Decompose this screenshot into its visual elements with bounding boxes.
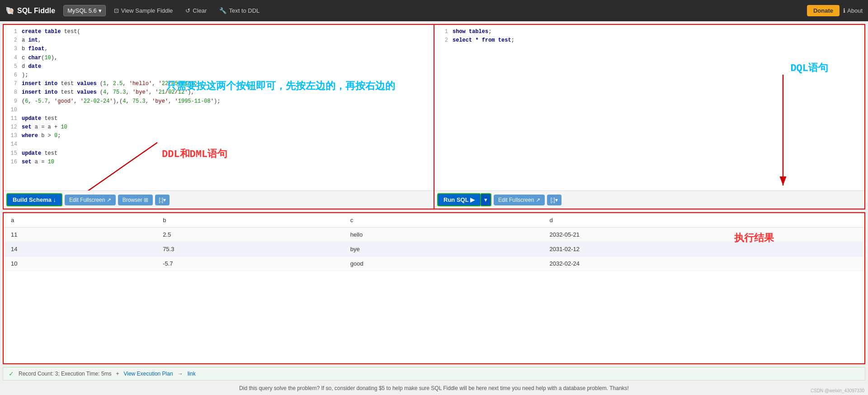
text-to-ddl-label: Text to DDL xyxy=(229,7,259,14)
sample-icon: ⊡ xyxy=(114,7,119,14)
status-check-icon: ✓ xyxy=(9,370,14,377)
footer: Did this query solve the problem? If so,… xyxy=(0,381,868,395)
results-tbody: 112.5hello2032-05-211475.3bye2031-02-121… xyxy=(4,228,864,271)
line-number: 14 xyxy=(6,140,17,149)
logo-icon: 🐚 xyxy=(5,6,14,15)
line-code: update test xyxy=(22,149,57,158)
line-code: insert into test values (4, 75.3, 'bye',… xyxy=(22,88,194,97)
navbar: 🐚 SQL Fiddle MySQL 5.6 ▾ ⊡ View Sample F… xyxy=(0,0,868,21)
status-bar: ✓ Record Count: 3; Execution Time: 5ms +… xyxy=(3,367,865,381)
table-cell-a: 14 xyxy=(4,242,156,257)
view-sample-button[interactable]: ⊡ View Sample Fiddle xyxy=(109,5,178,17)
line-number: 13 xyxy=(6,132,17,140)
browser-label: Browser ⊞ xyxy=(123,197,148,203)
line-number: 6 xyxy=(6,71,17,80)
line-number: 15 xyxy=(6,149,17,158)
line-number: 2 xyxy=(437,36,448,45)
line-number: 1 xyxy=(437,28,448,36)
line-number: 7 xyxy=(6,80,17,88)
view-execution-plan-link[interactable]: View Execution Plan xyxy=(123,371,173,377)
line-number: 3 xyxy=(6,45,17,53)
table-cell-c: bye xyxy=(343,242,542,257)
right-edit-fullscreen-button[interactable]: Edit Fullscreen ↗ xyxy=(494,195,545,205)
footer-text: Did this query solve the problem? If so,… xyxy=(239,385,629,391)
info-icon: ℹ xyxy=(843,7,845,14)
table-cell-a: 10 xyxy=(4,257,156,271)
left-code-line: 6); xyxy=(6,71,431,80)
line-code: c char(10), xyxy=(22,54,57,62)
dql-annotation: DQL语句 xyxy=(790,61,828,75)
line-number: 4 xyxy=(6,54,17,62)
main-container: 1create table test(2 a int,3 b float,4 c… xyxy=(0,21,868,395)
editors-row: 1create table test(2 a int,3 b float,4 c… xyxy=(3,24,865,209)
line-code: show tables; xyxy=(453,28,491,36)
line-number: 9 xyxy=(6,97,17,106)
browser-button[interactable]: Browser ⊞ xyxy=(118,195,153,205)
line-number: 2 xyxy=(6,36,17,45)
link-anchor[interactable]: link xyxy=(188,371,196,377)
refresh-icon: ↺ xyxy=(185,7,190,14)
left-edit-fullscreen-label: Edit Fullscreen ↗ xyxy=(69,197,111,203)
table-cell-d: 2031-02-12 xyxy=(542,242,864,257)
watermark: CSDN @weixin_43097330 xyxy=(811,388,864,393)
run-sql-dropdown[interactable]: ▾ xyxy=(481,193,491,206)
left-code-line: 8insert into test values (4, 75.3, 'bye'… xyxy=(6,88,431,97)
status-text: Record Count: 3; Execution Time: 5ms xyxy=(19,371,111,377)
db-label: MySQL 5.6 xyxy=(67,7,97,14)
left-code-line: 7insert into test values (1, 2.5, 'hello… xyxy=(6,80,431,88)
results-area: a b c d 112.5hello2032-05-211475.3bye203… xyxy=(3,212,865,364)
left-editor[interactable]: 1create table test(2 a int,3 b float,4 c… xyxy=(4,25,434,190)
run-sql-button[interactable]: Run SQL ▶ xyxy=(437,193,481,206)
table-row: 112.5hello2032-05-21 xyxy=(4,228,864,242)
line-number: 1 xyxy=(6,28,17,36)
left-code-line: 9(6, -5.7, 'good', '22-02-24'),(4, 75.3,… xyxy=(6,97,431,106)
right-editor[interactable]: 1show tables;2select * from test; DQL语句 xyxy=(434,25,864,190)
left-code-line: 13where b > 0; xyxy=(6,132,431,140)
table-cell-c: hello xyxy=(343,228,542,242)
table-cell-b: -5.7 xyxy=(156,257,343,271)
run-label: Run SQL ▶ xyxy=(443,196,475,203)
right-code-block: 1show tables;2select * from test; xyxy=(437,28,862,45)
clear-button[interactable]: ↺ Clear xyxy=(181,5,211,17)
col-a-header: a xyxy=(4,213,156,228)
results-table: a b c d 112.5hello2032-05-211475.3bye203… xyxy=(4,213,864,271)
about-button[interactable]: ℹ About xyxy=(843,7,863,14)
line-code: set a = a + 10 xyxy=(22,123,67,132)
left-semi-button[interactable]: [;]▾ xyxy=(155,195,170,205)
line-code: a int, xyxy=(22,36,41,45)
sample-label: View Sample Fiddle xyxy=(121,7,173,14)
chevron-down-icon: ▾ xyxy=(99,7,102,14)
table-cell-c: good xyxy=(343,257,542,271)
wrench-icon: 🔧 xyxy=(219,7,226,14)
left-toolbar: Build Schema ↓ Edit Fullscreen ↗ Browser… xyxy=(4,190,434,209)
right-semi-button[interactable]: [;]▾ xyxy=(547,195,561,205)
text-to-ddl-button[interactable]: 🔧 Text to DDL xyxy=(215,5,264,17)
right-toolbar: Run SQL ▶ ▾ Edit Fullscreen ↗ [;]▾ xyxy=(434,190,864,209)
left-code-line: 5 d date xyxy=(6,62,431,71)
line-number: 16 xyxy=(6,158,17,167)
line-code: where b > 0; xyxy=(22,132,61,140)
ddl-dml-annotation: DDL和DML语句 xyxy=(162,147,227,161)
run-sql-group: Run SQL ▶ ▾ xyxy=(437,193,491,206)
status-arrow: → xyxy=(178,371,183,377)
results-header-row: a b c d xyxy=(4,213,864,228)
left-edit-fullscreen-button[interactable]: Edit Fullscreen ↗ xyxy=(65,195,116,205)
table-cell-b: 75.3 xyxy=(156,242,343,257)
table-row: 1475.3bye2031-02-12 xyxy=(4,242,864,257)
build-schema-button[interactable]: Build Schema ↓ xyxy=(6,193,62,206)
right-panel: 1show tables;2select * from test; DQL语句 … xyxy=(434,25,864,209)
brand-logo: 🐚 SQL Fiddle xyxy=(5,6,55,15)
db-selector[interactable]: MySQL 5.6 ▾ xyxy=(63,5,106,16)
donate-button[interactable]: Donate xyxy=(807,5,840,16)
run-dropdown-arrow: ▾ xyxy=(484,196,487,203)
line-code: create table test( xyxy=(22,28,80,36)
left-code-line: 11update test xyxy=(6,114,431,123)
line-number: 8 xyxy=(6,88,17,97)
table-cell-d: 2032-05-21 xyxy=(542,228,864,242)
line-code: insert into test values (1, 2.5, 'hello'… xyxy=(22,80,198,88)
right-semi-label: [;]▾ xyxy=(551,197,558,203)
about-label: About xyxy=(847,7,863,14)
brand-name: SQL Fiddle xyxy=(17,7,55,15)
results-thead: a b c d xyxy=(4,213,864,228)
line-number: 5 xyxy=(6,62,17,71)
